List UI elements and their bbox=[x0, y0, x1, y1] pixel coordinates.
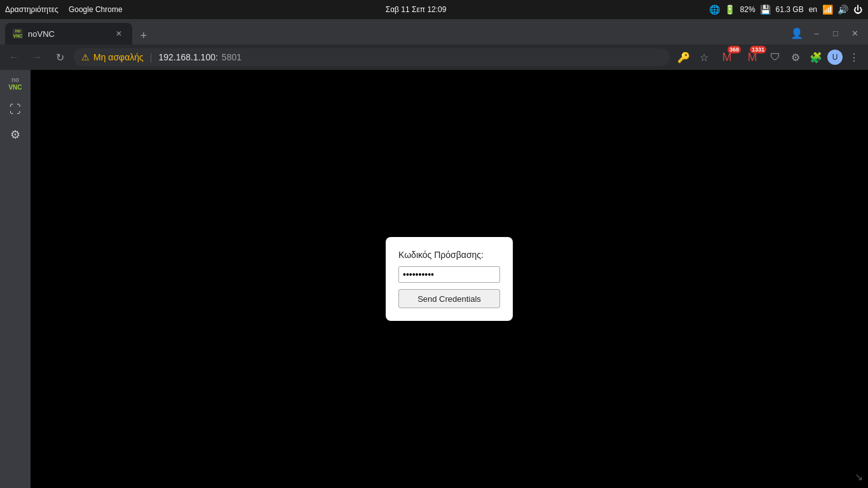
url-bar[interactable]: ⚠ Μη ασφαλής | 192.168.1.100:5801 bbox=[74, 48, 670, 66]
close-button[interactable]: ✕ bbox=[846, 27, 863, 39]
taskbar: Δραστηριότητες Google Chrome Σαβ 11 Σεπ … bbox=[0, 0, 868, 19]
password-input[interactable] bbox=[398, 266, 500, 283]
tab-title: noVNC bbox=[28, 29, 108, 39]
address-bar: ← → ↻ ⚠ Μη ασφαλής | 192.168.1.100:5801 … bbox=[0, 44, 868, 70]
novnc-logo: no VNC bbox=[3, 72, 28, 95]
maximize-button[interactable]: □ bbox=[827, 27, 844, 39]
power-icon: ⏻ bbox=[853, 4, 863, 15]
wifi-icon: 📶 bbox=[822, 4, 832, 15]
minimize-button[interactable]: – bbox=[808, 27, 825, 39]
vnc-area: Κωδικός Πρόσβασης: Send Credentials ↘ bbox=[31, 70, 868, 488]
tab-close-button[interactable]: ✕ bbox=[113, 28, 125, 39]
star-icon[interactable]: ☆ bbox=[695, 48, 713, 66]
refresh-button[interactable]: ↻ bbox=[51, 48, 69, 66]
battery-percent: 82% bbox=[740, 5, 756, 14]
logo-line2: VNC bbox=[8, 84, 22, 92]
battery-icon: 🔋 bbox=[725, 4, 735, 15]
key-icon[interactable]: 🔑 bbox=[675, 48, 693, 66]
taskbar-left: Δραστηριότητες Google Chrome bbox=[5, 5, 123, 14]
window-controls: 👤 – □ ✕ bbox=[788, 24, 863, 44]
settings-button[interactable]: ⚙ bbox=[4, 123, 27, 146]
settings-icon[interactable]: ⚙ bbox=[787, 48, 804, 66]
url-host: 192.168.1.100: bbox=[158, 52, 217, 62]
url-port: 5801 bbox=[222, 52, 241, 62]
logo-line1: no bbox=[8, 76, 22, 84]
storage-icon: 💾 bbox=[761, 4, 771, 15]
tab-favicon: noVNC bbox=[13, 29, 23, 39]
credentials-dialog: Κωδικός Πρόσβασης: Send Credentials bbox=[386, 237, 513, 321]
chrome-tray-icon[interactable]: 🌐 bbox=[710, 4, 720, 15]
language-label[interactable]: en bbox=[809, 5, 817, 14]
menu-button[interactable]: ⋮ bbox=[845, 48, 863, 66]
url-separator: | bbox=[150, 52, 153, 62]
fullscreen-button[interactable]: ⛶ bbox=[4, 98, 27, 121]
extensions-icon[interactable]: 🧩 bbox=[807, 48, 825, 66]
new-tab-button[interactable]: + bbox=[135, 27, 153, 44]
mail-badge-2: 1331 bbox=[750, 46, 766, 53]
user-avatar[interactable]: U bbox=[827, 50, 843, 65]
security-warning-icon: ⚠ bbox=[81, 52, 90, 62]
browser-label[interactable]: Google Chrome bbox=[69, 5, 123, 14]
tab-bar: noVNC noVNC ✕ + 👤 – □ ✕ bbox=[0, 19, 868, 44]
taskbar-right: 🌐 🔋 82% 💾 61.3 GB en 📶 🔊 ⏻ bbox=[710, 4, 863, 15]
shield-icon[interactable]: 🛡 bbox=[766, 48, 784, 66]
profile-icon[interactable]: 👤 bbox=[788, 24, 806, 42]
password-label: Κωδικός Πρόσβασης: bbox=[398, 250, 500, 260]
forward-button[interactable]: → bbox=[28, 48, 46, 66]
main-content: no VNC ⛶ ⚙ Κωδικός Πρόσβασης: Send Crede… bbox=[0, 70, 868, 488]
send-credentials-button[interactable]: Send Credentials bbox=[398, 289, 500, 308]
insecure-label: Μη ασφαλής bbox=[93, 52, 144, 62]
resize-arrow: ↘ bbox=[855, 471, 863, 483]
activities-label[interactable]: Δραστηριότητες bbox=[5, 5, 58, 14]
novnc-sidebar: no VNC ⛶ ⚙ bbox=[0, 70, 31, 488]
storage-label: 61.3 GB bbox=[776, 5, 804, 14]
taskbar-datetime: Σαβ 11 Σεπ 12:09 bbox=[386, 5, 447, 14]
mail-badge-1: 368 bbox=[728, 46, 741, 53]
mail-icon-1[interactable]: M 368 bbox=[715, 48, 738, 66]
back-button[interactable]: ← bbox=[5, 48, 23, 66]
volume-icon: 🔊 bbox=[837, 4, 848, 15]
active-tab[interactable]: noVNC noVNC ✕ bbox=[5, 23, 132, 44]
toolbar-icons: 🔑 ☆ M 368 M 1331 🛡 ⚙ 🧩 U ⋮ bbox=[675, 48, 863, 66]
chrome-window: noVNC noVNC ✕ + 👤 – □ ✕ ← → ↻ ⚠ Μη ασφαλ… bbox=[0, 19, 868, 488]
mail-icon-2[interactable]: M 1331 bbox=[741, 48, 764, 66]
